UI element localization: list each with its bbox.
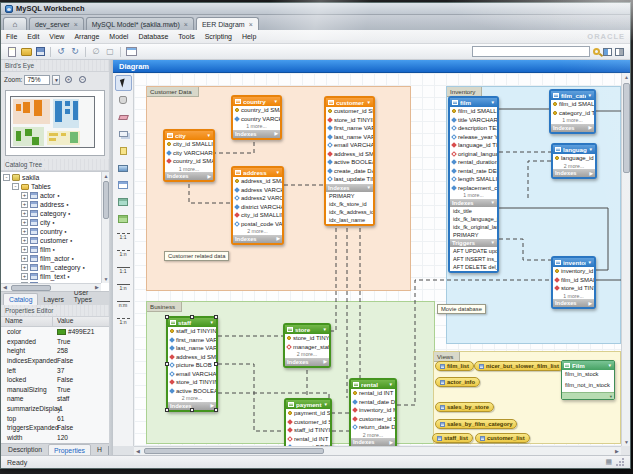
section-indexes[interactable]: Indexes▶ (165, 172, 213, 180)
selection-handle[interactable] (214, 315, 218, 319)
canvas-scroll-up-icon[interactable]: ▲ (622, 73, 631, 81)
section-indexes[interactable]: Indexes▶ (233, 235, 282, 243)
tab-catalog[interactable]: Catalog (3, 293, 38, 305)
column-row[interactable]: address_id SMALLINT (233, 177, 282, 186)
column-row[interactable]: city_id SMALLINT (233, 211, 282, 220)
tree-node-customer[interactable]: +customer● (1, 236, 101, 245)
section-toggle-icon[interactable]: ▼ (367, 185, 371, 190)
property-row[interactable]: left37 (1, 365, 109, 375)
column-row[interactable]: picture BLOB (168, 361, 216, 370)
property-row[interactable]: triggersExpandedFalse (1, 423, 109, 433)
tree-node-sakila[interactable]: -sakila (1, 173, 101, 182)
view-tool[interactable] (115, 194, 132, 210)
column-row[interactable]: customer_id SMALL... (326, 107, 373, 116)
tree-node-film[interactable]: +film● (1, 245, 101, 254)
section-item[interactable]: AFT UPDATE upd_film (450, 247, 497, 255)
layer-tool[interactable] (115, 126, 132, 142)
grid-view-icon[interactable]: ▦ (605, 458, 612, 466)
tab-eer-diagram[interactable]: EER Diagram× (196, 17, 259, 30)
column-row[interactable]: release_year YEAR (450, 133, 497, 142)
table-city[interactable]: city▼city_id SMALLINTcity VARCHAR(50)cou… (163, 129, 215, 182)
new-model-icon[interactable] (5, 45, 19, 58)
collapse-icon[interactable]: ▼ (210, 320, 214, 325)
table-header[interactable]: city▼ (165, 131, 213, 140)
scroll-left-icon[interactable]: ◀ (1, 284, 9, 291)
section-item[interactable]: idx_fk_store_id (326, 200, 373, 208)
column-row[interactable]: rental_id INT (351, 389, 395, 398)
column-row[interactable]: last_name VARCH... (168, 344, 216, 353)
table-film_cate[interactable]: film_cate...▼film_id SMALLINTcategory_id… (549, 89, 596, 134)
table-header[interactable]: payment▼ (286, 400, 330, 409)
column-row[interactable]: language_id TINYINT (450, 141, 497, 150)
redo-icon[interactable]: ↻ (68, 45, 82, 58)
section-toggle-icon[interactable]: ▶ (208, 174, 211, 179)
section-indexes[interactable]: Indexes▶ (553, 169, 595, 177)
tree-node-Tables[interactable]: -Tables (1, 182, 101, 191)
tree-expander-icon[interactable]: + (21, 210, 28, 217)
search-icon[interactable] (593, 48, 600, 55)
column-row[interactable]: city_id SMALLINT (165, 140, 213, 149)
column-row[interactable]: email VARCHAR(50) (326, 141, 373, 150)
collapse-icon[interactable]: ▼ (324, 402, 328, 407)
section-toggle-icon[interactable]: ▶ (589, 125, 592, 130)
routine-group-tool[interactable] (115, 211, 132, 227)
tree-vertical-scrollbar[interactable]: ▲ ▼ (101, 172, 109, 283)
section-item[interactable]: idx_title (450, 207, 497, 215)
collapse-icon[interactable]: ▼ (323, 327, 327, 332)
view-staff_list[interactable]: staff_list (432, 433, 473, 443)
relationship-connector[interactable] (528, 161, 551, 198)
diagram-horizontal-scrollbar[interactable]: ◀ ▶ (134, 446, 621, 455)
section-item[interactable]: idx_fk_language_id (450, 215, 497, 223)
section-toggle-icon[interactable]: ▶ (277, 236, 280, 241)
pointer-tool[interactable] (115, 75, 132, 91)
tab-close-icon[interactable]: × (184, 21, 188, 28)
property-row[interactable]: width120 (1, 433, 109, 443)
selection-handle[interactable] (165, 408, 169, 412)
column-row[interactable]: address2 VARCHAR(50) (233, 194, 282, 203)
column-row[interactable]: country VARCHAR(50) (233, 115, 280, 124)
menu-scripting[interactable]: Scripting (205, 33, 232, 40)
canvas-scroll-down-icon[interactable]: ▼ (622, 438, 631, 446)
canvas-hscroll-thumb[interactable] (144, 448, 324, 454)
section-item[interactable]: AFT DELETE del_film (450, 263, 497, 271)
column-row[interactable]: film_id SMALLINT (553, 276, 594, 285)
column-row[interactable]: create_date DATETI... (326, 167, 373, 176)
zoom-value-box[interactable]: 75% (24, 75, 50, 85)
tree-node-film_category[interactable]: +film_category● (1, 263, 101, 272)
table-inventory[interactable]: inventory▼inventory_id MEDI...film_id SM… (551, 256, 596, 309)
column-row[interactable]: store_id TINYINT (326, 116, 373, 125)
table-header[interactable]: language▼ (553, 145, 595, 154)
tree-expander-icon[interactable]: + (21, 255, 28, 262)
property-row[interactable]: indicesExpandedFalse (1, 356, 109, 366)
column-row[interactable]: address_id SMALL... (168, 353, 216, 362)
selection-handle[interactable] (165, 362, 169, 366)
tree-node-category[interactable]: +category● (1, 209, 101, 218)
selection-handle[interactable] (190, 408, 194, 412)
undo-icon[interactable]: ↺ (54, 45, 68, 58)
property-row[interactable]: expandedTrue (1, 337, 109, 347)
section-indexes[interactable]: Indexes▶ (551, 124, 594, 132)
toggle-panel-icon[interactable] (615, 48, 624, 56)
tab-dev-server[interactable]: dev_server× (29, 17, 84, 30)
table-language[interactable]: language▼language_id TINY...2 more...Ind… (551, 143, 597, 179)
new-diagram-icon[interactable] (124, 45, 138, 58)
collapse-icon[interactable]: ▼ (274, 99, 278, 104)
section-indexes[interactable]: Indexes▶ (285, 358, 329, 366)
minimap-viewport[interactable] (10, 96, 95, 148)
canvas-scroll-left-icon[interactable]: ◀ (134, 447, 142, 455)
rel-nm-identifying-tool[interactable]: n:m (115, 296, 132, 312)
tree-node-film_actor[interactable]: +film_actor● (1, 254, 101, 263)
tab-layers[interactable]: Layers (38, 294, 68, 305)
tree-node-film_text[interactable]: +film_text● (1, 272, 101, 281)
view-sales_by_store[interactable]: sales_by_store (435, 402, 494, 412)
no-overlap-icon[interactable]: ∅ (89, 45, 103, 58)
selection-handle[interactable] (214, 408, 218, 412)
column-row[interactable]: country_id SMALLINT (165, 157, 213, 166)
column-row[interactable]: inventory_id MEDI... (351, 406, 395, 415)
canvas-vscroll-thumb[interactable] (623, 83, 630, 173)
property-row[interactable]: namestaff (1, 394, 109, 404)
tree-expander-icon[interactable]: + (21, 246, 28, 253)
tree-node-city[interactable]: +city● (1, 218, 101, 227)
menu-file[interactable]: File (6, 33, 17, 40)
table-header[interactable]: film▼ (450, 98, 497, 107)
